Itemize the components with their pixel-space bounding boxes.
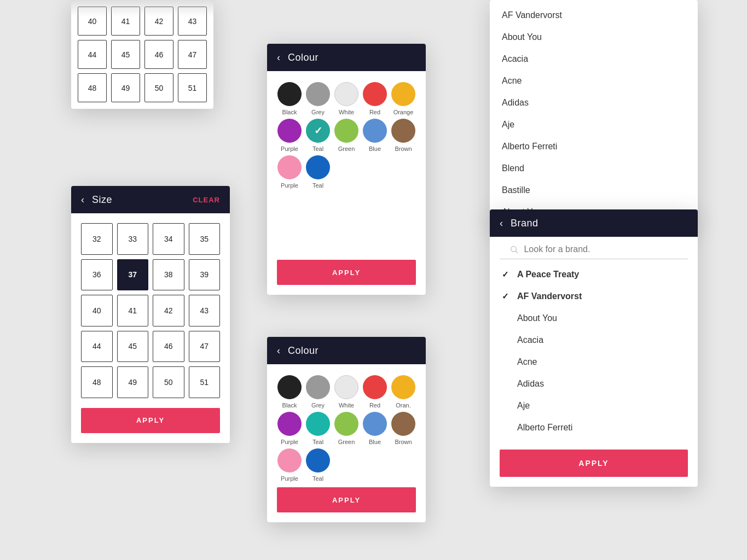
size-apply-button[interactable]: APPLY (81, 408, 220, 433)
brand-item-0[interactable]: ✓A Peace Treaty (490, 264, 698, 285)
clear-button[interactable]: CLEAR (193, 196, 220, 204)
size-btn-51[interactable]: 51 (178, 73, 207, 102)
brand-item-5[interactable]: Adidas (490, 373, 698, 395)
colour-label-3: Red (369, 109, 380, 115)
size-btn-42b[interactable]: 42 (153, 295, 184, 326)
colour-item-teal-6[interactable]: Teal (305, 412, 331, 445)
brand-check-icon-1: ✓ (502, 291, 514, 301)
svg-point-0 (511, 247, 517, 252)
size-btn-40b[interactable]: 40 (81, 295, 113, 326)
colour-item-teal-6[interactable]: Teal (305, 119, 331, 152)
colour-item-red-3[interactable]: Red (362, 82, 387, 115)
colour-apply-bottom[interactable]: APPLY (277, 487, 416, 512)
size-btn-35[interactable]: 35 (189, 223, 221, 255)
colour-item-blue-8[interactable]: Blue (362, 412, 387, 445)
colour-item-grey-1[interactable]: Grey (305, 375, 331, 409)
colour-label-5: Purple (281, 145, 298, 152)
colour-item-blue-8[interactable]: Blue (362, 119, 387, 152)
brand-item-1[interactable]: ✓AF Vandervorst (490, 285, 698, 307)
top-brand-item-0[interactable]: AF Vandervorst (490, 4, 698, 26)
size-btn-44b[interactable]: 44 (81, 331, 113, 363)
size-btn-32[interactable]: 32 (81, 223, 113, 255)
colour-item-white-2[interactable]: White (334, 375, 359, 409)
top-brand-item-8[interactable]: Bastille (490, 179, 698, 201)
colour-item-purple-10[interactable]: Purple (277, 155, 302, 189)
size-btn-39[interactable]: 39 (189, 259, 221, 291)
top-brand-item-1[interactable]: About You (490, 26, 698, 48)
colour-item-red-3[interactable]: Red (362, 375, 387, 409)
size-btn-33[interactable]: 33 (117, 223, 149, 255)
top-brand-item-5[interactable]: Aje (490, 114, 698, 136)
colour-item-teal-11[interactable]: Teal (305, 155, 331, 189)
size-btn-50[interactable]: 50 (144, 73, 173, 102)
colour-apply-top[interactable]: APPLY (277, 260, 416, 285)
size-btn-41b[interactable]: 41 (117, 295, 149, 326)
top-brand-item-6[interactable]: Alberto Ferreti (490, 136, 698, 158)
colour-back-arrow-top[interactable]: ‹ (277, 52, 280, 62)
colour-item-green-7[interactable]: Green (334, 119, 359, 152)
size-btn-37[interactable]: 37 (117, 259, 149, 291)
size-btn-44[interactable]: 44 (78, 40, 107, 69)
colour-panel-top: ‹ Colour BlackGreyWhiteRedOrangePurpleTe… (267, 44, 426, 295)
colour-back-arrow-bottom[interactable]: ‹ (277, 346, 280, 355)
colour-panel-bottom: ‹ Colour BlackGreyWhiteRedOran.PurpleTea… (267, 337, 426, 522)
size-btn-40[interactable]: 40 (78, 7, 107, 36)
colour-item-purple-5[interactable]: Purple (277, 119, 302, 152)
colour-label-6: Teal (312, 145, 323, 152)
colour-item-brown-9[interactable]: Brown (391, 412, 416, 445)
size-btn-49[interactable]: 49 (111, 73, 140, 102)
size-btn-34[interactable]: 34 (153, 223, 184, 255)
size-panel-title: Size (92, 194, 193, 206)
top-brand-item-7[interactable]: Blend (490, 158, 698, 179)
size-btn-36[interactable]: 36 (81, 259, 113, 291)
brand-item-6[interactable]: Aje (490, 395, 698, 417)
colour-label-5: Purple (281, 439, 298, 445)
brand-item-2[interactable]: About You (490, 307, 698, 329)
brand-search-bar[interactable] (500, 237, 688, 259)
top-brand-item-2[interactable]: Acacia (490, 48, 698, 70)
size-btn-46b[interactable]: 46 (153, 331, 184, 363)
brand-label-0: A Peace Treaty (517, 270, 579, 279)
top-brand-item-3[interactable]: Acne (490, 70, 698, 92)
brand-list-main: ✓A Peace Treaty✓AF VandervorstAbout YouA… (490, 259, 698, 443)
colour-item-oran.-4[interactable]: Oran. (391, 375, 416, 409)
brand-back-arrow[interactable]: ‹ (500, 218, 503, 228)
size-btn-49b[interactable]: 49 (117, 366, 149, 398)
brand-item-7[interactable]: Alberto Ferreti (490, 417, 698, 439)
size-btn-48b[interactable]: 48 (81, 366, 113, 398)
size-btn-45b[interactable]: 45 (117, 331, 149, 363)
brand-apply-button[interactable]: APPLY (500, 450, 688, 477)
brand-label-3: Acacia (517, 335, 543, 345)
colour-item-purple-10[interactable]: Purple (277, 448, 302, 482)
brand-check-icon-0: ✓ (502, 270, 514, 279)
size-btn-42[interactable]: 42 (144, 7, 173, 36)
size-btn-48[interactable]: 48 (78, 73, 107, 102)
colour-item-black-0[interactable]: Black (277, 375, 302, 409)
size-btn-46[interactable]: 46 (144, 40, 173, 69)
size-btn-43b[interactable]: 43 (189, 295, 221, 326)
size-btn-45[interactable]: 45 (111, 40, 140, 69)
svg-line-1 (516, 251, 518, 253)
colour-item-green-7[interactable]: Green (334, 412, 359, 445)
back-arrow-icon[interactable]: ‹ (81, 195, 84, 205)
size-btn-47b[interactable]: 47 (189, 331, 221, 363)
size-btn-47[interactable]: 47 (178, 40, 207, 69)
size-btn-50b[interactable]: 50 (153, 366, 184, 398)
brand-item-4[interactable]: Acne (490, 351, 698, 373)
colour-item-purple-5[interactable]: Purple (277, 412, 302, 445)
brand-item-3[interactable]: Acacia (490, 329, 698, 351)
colour-item-orange-4[interactable]: Orange (391, 82, 416, 115)
size-btn-38[interactable]: 38 (153, 259, 184, 291)
top-brand-item-4[interactable]: Adidas (490, 92, 698, 114)
size-btn-41[interactable]: 41 (111, 7, 140, 36)
size-panel-main: ‹ Size CLEAR 32 33 34 35 36 37 38 39 40 … (71, 186, 230, 443)
colour-item-grey-1[interactable]: Grey (305, 82, 331, 115)
colour-item-teal-11[interactable]: Teal (305, 448, 331, 482)
colour-item-white-2[interactable]: White (334, 82, 359, 115)
colour-item-black-0[interactable]: Black (277, 82, 302, 115)
colour-item-brown-9[interactable]: Brown (391, 119, 416, 152)
size-btn-43[interactable]: 43 (178, 7, 207, 36)
size-btn-51b[interactable]: 51 (189, 366, 221, 398)
colour-label-4: Oran. (396, 402, 411, 409)
brand-search-input[interactable] (524, 244, 678, 254)
